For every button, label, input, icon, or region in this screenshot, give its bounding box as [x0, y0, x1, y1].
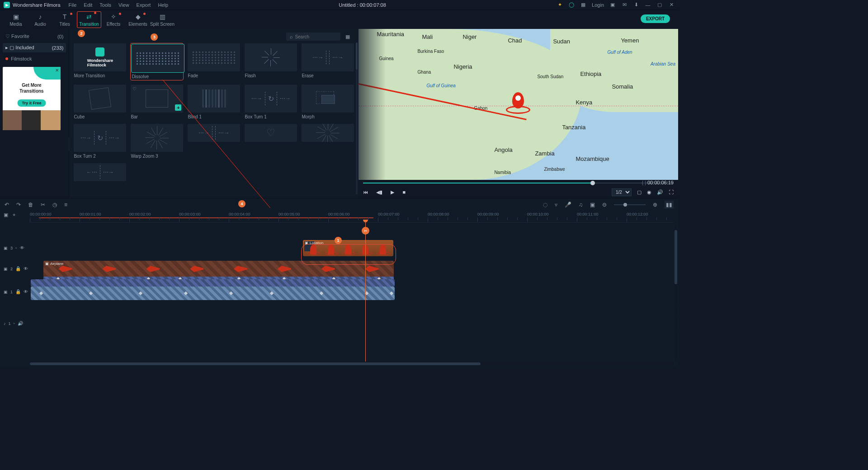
transition-dissolve[interactable]: Dissolve [131, 43, 183, 80]
camera-icon[interactable]: ◉ [647, 189, 651, 195]
menu-edit[interactable]: Edit [84, 2, 92, 8]
menu-file[interactable]: File [69, 2, 77, 8]
scissors-icon[interactable]: ✂ [362, 227, 369, 235]
sidebar-included[interactable]: ▸ ▢ Included (233) [3, 43, 66, 52]
magnetic-icon[interactable]: ⌖ [13, 212, 15, 218]
lock-icon[interactable]: 🔒 [15, 266, 21, 271]
transition-warp-zoom-3[interactable]: Warp Zoom 3 [131, 124, 183, 159]
crop-icon[interactable]: ▣ [590, 202, 595, 208]
transition-flash[interactable]: Flash [245, 43, 297, 80]
annotation-1: 1 [335, 237, 342, 244]
effects-icon: ✧ [101, 13, 126, 21]
tab-transition[interactable]: ⇄Transition [77, 11, 101, 28]
snapshot-icon[interactable]: ▢ [637, 189, 642, 195]
login-link[interactable]: Login [592, 2, 604, 8]
adjust-icon[interactable]: ≡ [64, 202, 67, 208]
transition-bar[interactable]: ♡+Bar [131, 85, 183, 119]
play-icon[interactable]: ▶ [391, 189, 394, 195]
transition-box-turn-1[interactable]: ⋯→↻⋯→Box Turn 1 [245, 85, 297, 119]
map-image: Mauritania Mali Niger Chad Sudan Yemen B… [359, 29, 678, 180]
menu-export[interactable]: Export [137, 2, 151, 8]
transition-item-15[interactable]: ←⋯⋯→ [74, 163, 126, 181]
split-icon[interactable]: ✂ [41, 202, 45, 208]
stop-icon[interactable]: ■ [402, 189, 406, 195]
marker-icon[interactable]: ▿ [555, 202, 557, 208]
prev-frame-icon[interactable]: ⏮ [363, 189, 368, 195]
promo-cta-button[interactable]: Try it Free [17, 99, 46, 107]
playhead[interactable]: ✂ [365, 220, 366, 362]
export-button[interactable]: EXPORT [641, 14, 670, 23]
volume-icon[interactable]: 🔊 [657, 189, 663, 195]
zoom-fit-icon[interactable]: ▮▮ [665, 201, 674, 209]
lock-icon[interactable]: ▫ [15, 245, 17, 250]
tab-effects[interactable]: ✧Effects [101, 13, 126, 27]
elements-icon: ◆ [126, 13, 150, 21]
clip-map-top[interactable] [31, 279, 395, 287]
tab-media[interactable]: ▣Media [4, 13, 28, 27]
visibility-icon[interactable]: 👁 [24, 266, 28, 271]
save-icon[interactable]: ▣ [609, 2, 616, 8]
favorite-icon[interactable]: ♡ [132, 86, 137, 91]
undo-icon[interactable]: ↶ [5, 202, 9, 208]
window-maximize-icon[interactable]: ▢ [656, 2, 663, 8]
mail-icon[interactable]: ✉ [621, 2, 627, 8]
transition-morph[interactable]: Morph [302, 85, 354, 119]
menu-view[interactable]: View [118, 2, 129, 8]
transition-box-turn-2[interactable]: ⋯→↻⋯→Box Turn 2 [74, 124, 126, 159]
promo-card[interactable]: ✕ Get MoreTransitions Try it Free [3, 67, 61, 130]
window-close-icon[interactable]: ✕ [668, 2, 675, 8]
sidebar-filmstock[interactable]: Filmstock [3, 54, 66, 63]
transition-item-14[interactable] [302, 124, 354, 159]
transition-erase[interactable]: ⋯→⋯→Erase [302, 43, 354, 80]
grid-view-icon[interactable]: ▦ [344, 33, 351, 40]
mute-icon[interactable]: ▫ [14, 321, 15, 326]
scrub-handle[interactable] [590, 181, 595, 185]
lock-icon[interactable]: 🔒 [15, 289, 21, 294]
render-icon[interactable]: ◌ [543, 202, 547, 208]
clip-map[interactable] [31, 287, 395, 300]
zoom-slider[interactable] [614, 204, 646, 205]
headset-icon[interactable]: ◯ [568, 2, 575, 8]
preview-canvas[interactable]: Mauritania Mali Niger Chad Sudan Yemen B… [359, 29, 678, 180]
audio-mixer-icon[interactable]: ♫ [579, 202, 583, 208]
transition-more-transition[interactable]: WondershareFilmstockMore Transition [74, 43, 126, 80]
redo-icon[interactable]: ↷ [16, 202, 21, 208]
annotation-2: 2 [78, 30, 85, 37]
transition-cube[interactable]: Cube [74, 85, 126, 119]
fullscreen-icon[interactable]: ⛶ [669, 189, 674, 195]
speed-icon[interactable]: ◷ [52, 202, 57, 208]
add-icon[interactable]: + [175, 104, 181, 111]
preview-scale-select[interactable]: 1/2 [612, 188, 632, 196]
gift-icon[interactable]: ▦ [580, 2, 586, 8]
timeline-h-scrollbar[interactable] [30, 362, 674, 366]
tab-audio[interactable]: ♪Audio [28, 13, 52, 27]
transition-fade[interactable]: Fade [188, 43, 240, 80]
tab-split-screen[interactable]: ▥Split Screen [150, 13, 175, 27]
step-back-icon[interactable]: ◀▮ [376, 189, 382, 195]
speaker-icon[interactable]: 🔊 [18, 321, 23, 326]
menu-help[interactable]: Help [158, 2, 168, 8]
transition-blind-1[interactable]: Blind 1 [188, 85, 240, 119]
sidebar-favorite[interactable]: ♡ Favorite (0) [3, 32, 66, 41]
voiceover-icon[interactable]: 🎤 [565, 202, 571, 208]
delete-icon[interactable]: 🗑 [28, 202, 33, 208]
promo-close-icon[interactable]: ✕ [55, 68, 59, 73]
search-input[interactable]: ⌕ [286, 33, 340, 41]
transition-item-13[interactable]: ♡ [245, 124, 297, 159]
tab-titles[interactable]: TTitles [52, 13, 77, 27]
menu-tools[interactable]: Tools [99, 2, 111, 8]
track-settings-icon[interactable]: ▣ [4, 212, 8, 218]
zoom-out-icon[interactable]: ⊖ [602, 202, 607, 208]
timeline-v-scrollbar[interactable] [675, 226, 677, 361]
window-minimize-icon[interactable]: — [645, 2, 651, 8]
visibility-icon[interactable]: 👁 [24, 289, 28, 294]
spark-icon[interactable]: ✦ [557, 2, 563, 8]
transition-label: Erase [302, 73, 354, 78]
preview-scrubber[interactable]: { } 00:00:06:19 [363, 180, 674, 186]
cloud-icon[interactable]: ⬇ [633, 2, 639, 8]
tab-elements[interactable]: ◆Elements [126, 13, 150, 27]
visibility-icon[interactable]: 👁 [20, 245, 24, 250]
transition-label: Bar [131, 114, 183, 119]
zoom-in-icon[interactable]: ⊕ [653, 202, 657, 208]
browser-scrollbar[interactable] [356, 42, 358, 194]
